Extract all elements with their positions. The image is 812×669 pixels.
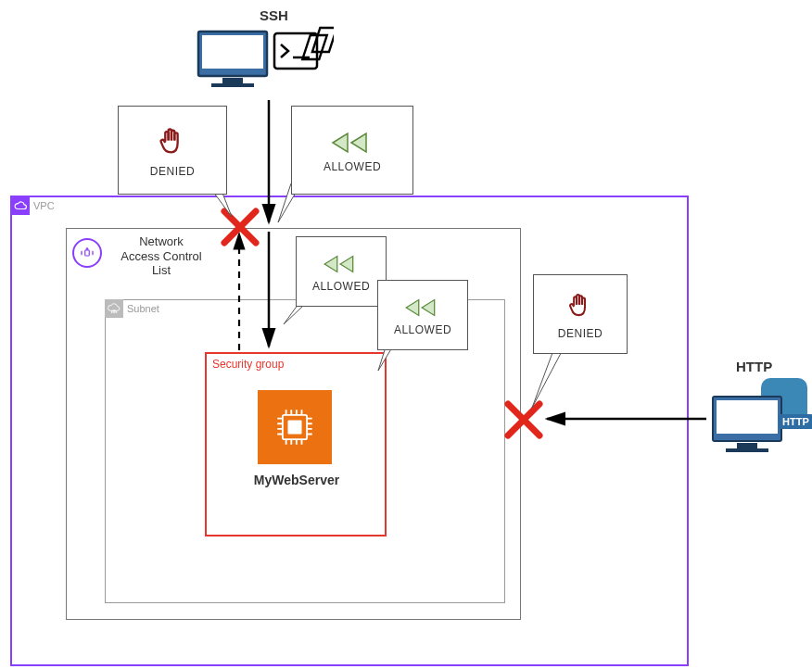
callout-denied-http: DENIED [533,274,628,354]
double-arrow-icon [331,131,374,155]
double-arrow-icon [323,254,360,274]
denied-label: DENIED [150,165,195,178]
allowed-label: ALLOWED [324,160,381,173]
denied-label: DENIED [558,327,603,340]
diagram-canvas: VPC Network Access Control List Subnet S… [0,0,812,669]
allowed-label: ALLOWED [312,280,370,293]
allowed-label: ALLOWED [394,323,451,336]
callout-allowed-subnet: ALLOWED [296,236,387,307]
double-arrow-icon [404,297,441,318]
callout-denied-ssh-return: DENIED [118,106,227,195]
callout-allowed-nacl-in: ALLOWED [291,106,413,195]
hand-stop-icon [567,292,593,322]
hand-stop-icon [158,126,187,159]
callout-allowed-sg: ALLOWED [377,280,468,350]
